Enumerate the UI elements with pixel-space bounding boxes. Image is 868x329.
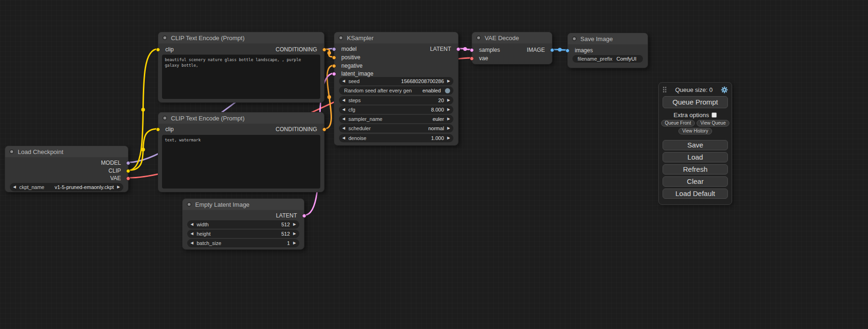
collapse-dot-icon[interactable]: [476, 35, 481, 40]
drag-handle-icon[interactable]: [663, 86, 667, 93]
negative-input-port[interactable]: [332, 64, 336, 68]
ckpt-name-widget[interactable]: ckpt_name v1-5-pruned-emaonly.ckpt: [10, 183, 123, 191]
decrement-arrow-icon[interactable]: [191, 220, 193, 229]
widget-value[interactable]: 20: [360, 98, 444, 103]
increment-arrow-icon[interactable]: [293, 220, 296, 229]
decrement-arrow-icon[interactable]: [342, 124, 345, 133]
node-clip-text-encode-negative[interactable]: CLIP Text Encode (Prompt) clip CONDITION…: [158, 112, 325, 192]
node-titlebar[interactable]: CLIP Text Encode (Prompt): [158, 112, 324, 124]
random-seed-toggle-widget[interactable]: Random seed after every gen enabled: [339, 86, 453, 95]
conditioning-output-port[interactable]: [322, 48, 326, 52]
decrement-arrow-icon[interactable]: [342, 77, 345, 85]
node-titlebar[interactable]: Save Image: [568, 33, 648, 44]
vae-output-port[interactable]: [126, 176, 130, 181]
load-default-button[interactable]: Load Default: [663, 189, 728, 199]
widget-value[interactable]: 512: [209, 222, 290, 227]
negative-prompt-textarea[interactable]: text, watermark: [162, 135, 320, 189]
node-titlebar[interactable]: KSampler: [334, 32, 458, 43]
model-input-port[interactable]: [332, 47, 336, 51]
steps-widget[interactable]: steps 20: [339, 96, 453, 105]
load-button[interactable]: Load: [663, 152, 728, 162]
width-widget[interactable]: width 512: [187, 220, 299, 229]
node-graph-canvas[interactable]: Load Checkpoint MODEL CLIP VAE ckpt_name…: [0, 0, 868, 329]
positive-prompt-textarea[interactable]: beautiful scenery nature glass bottle la…: [162, 55, 320, 99]
node-titlebar[interactable]: Empty Latent Image: [183, 199, 304, 210]
node-clip-text-encode-positive[interactable]: CLIP Text Encode (Prompt) clip CONDITION…: [158, 32, 325, 103]
decrement-arrow-icon[interactable]: [191, 239, 193, 247]
node-vae-decode[interactable]: VAE Decode samples IMAGE vae: [472, 32, 552, 64]
decrement-arrow-icon[interactable]: [342, 134, 345, 142]
node-load-checkpoint[interactable]: Load Checkpoint MODEL CLIP VAE ckpt_name…: [5, 146, 128, 192]
widget-value[interactable]: euler: [382, 116, 444, 122]
cfg-widget[interactable]: cfg 8.000: [339, 105, 453, 114]
view-history-button[interactable]: View History: [678, 128, 712, 134]
increment-arrow-icon[interactable]: [447, 105, 450, 114]
extra-options-checkbox[interactable]: [712, 112, 717, 118]
increment-arrow-icon[interactable]: [117, 183, 120, 191]
model-output-slot: MODEL: [101, 159, 128, 167]
image-output-port[interactable]: [550, 48, 554, 52]
widget-label: height: [197, 231, 211, 237]
increment-arrow-icon[interactable]: [293, 230, 296, 238]
images-input-port[interactable]: [565, 49, 570, 53]
view-queue-button[interactable]: View Queue: [697, 120, 729, 126]
collapse-dot-icon[interactable]: [162, 35, 167, 40]
increment-arrow-icon[interactable]: [447, 124, 450, 133]
queue-prompt-button[interactable]: Queue Prompt: [663, 96, 728, 108]
increment-arrow-icon[interactable]: [447, 134, 450, 142]
collapse-dot-icon[interactable]: [339, 35, 343, 40]
increment-arrow-icon[interactable]: [293, 239, 296, 247]
clip-input-port[interactable]: [156, 127, 160, 132]
widget-value[interactable]: ComfyUI: [613, 56, 636, 62]
node-titlebar[interactable]: VAE Decode: [472, 32, 552, 43]
widget-value[interactable]: 1: [221, 240, 290, 246]
latent-image-input-port[interactable]: [332, 72, 336, 76]
latent-output-port[interactable]: [456, 47, 460, 51]
widget-value[interactable]: 512: [211, 231, 290, 237]
toggle-knob-icon[interactable]: [445, 88, 450, 93]
node-titlebar[interactable]: CLIP Text Encode (Prompt): [158, 32, 324, 43]
collapse-dot-icon[interactable]: [187, 202, 191, 207]
decrement-arrow-icon[interactable]: [342, 96, 345, 105]
decrement-arrow-icon[interactable]: [191, 230, 193, 238]
increment-arrow-icon[interactable]: [447, 115, 450, 123]
denoise-widget[interactable]: denoise 1.000: [339, 134, 453, 142]
conditioning-output-port[interactable]: [322, 127, 326, 132]
vae-input-port[interactable]: [470, 56, 474, 61]
increment-arrow-icon[interactable]: [447, 77, 450, 85]
widget-value[interactable]: 156680208700286: [360, 78, 444, 84]
latent-output-port[interactable]: [302, 214, 306, 218]
refresh-button[interactable]: Refresh: [663, 164, 728, 175]
node-ksampler[interactable]: KSampler model LATENT positive negative …: [334, 32, 459, 146]
settings-gear-icon[interactable]: [721, 86, 728, 93]
scheduler-widget[interactable]: scheduler normal: [339, 124, 453, 133]
node-empty-latent-image[interactable]: Empty Latent Image LATENT width 512 heig…: [182, 198, 304, 250]
batch-size-widget[interactable]: batch_size 1: [187, 239, 299, 247]
filename-prefix-widget[interactable]: filename_prefix ComfyUI: [572, 55, 643, 63]
height-widget[interactable]: height 512: [187, 230, 299, 238]
decrement-arrow-icon[interactable]: [342, 105, 345, 114]
positive-input-port[interactable]: [332, 56, 336, 60]
collapse-dot-icon[interactable]: [572, 36, 577, 41]
node-titlebar[interactable]: Load Checkpoint: [5, 146, 128, 157]
clip-output-port[interactable]: [126, 169, 130, 173]
widget-value[interactable]: 8.000: [355, 107, 444, 112]
decrement-arrow-icon[interactable]: [13, 183, 16, 191]
widget-value[interactable]: v1-5-pruned-emaonly.ckpt: [44, 184, 114, 190]
widget-value[interactable]: 1.000: [367, 135, 444, 141]
decrement-arrow-icon[interactable]: [342, 115, 345, 123]
seed-widget[interactable]: seed 156680208700286: [339, 77, 453, 85]
node-save-image[interactable]: Save Image images filename_prefix ComfyU…: [567, 33, 648, 68]
collapse-dot-icon[interactable]: [9, 149, 14, 154]
sampler-name-widget[interactable]: sampler_name euler: [339, 115, 453, 123]
clear-button[interactable]: Clear: [663, 176, 728, 187]
clip-input-port[interactable]: [156, 48, 160, 52]
widget-value[interactable]: normal: [371, 126, 444, 131]
model-output-port[interactable]: [126, 161, 130, 165]
save-button[interactable]: Save: [663, 140, 728, 150]
queue-front-button[interactable]: Queue Front: [661, 120, 695, 126]
increment-arrow-icon[interactable]: [447, 96, 450, 105]
collapse-dot-icon[interactable]: [162, 116, 167, 120]
wire-midpoint-dot: [463, 47, 467, 51]
samples-input-port[interactable]: [470, 48, 474, 52]
